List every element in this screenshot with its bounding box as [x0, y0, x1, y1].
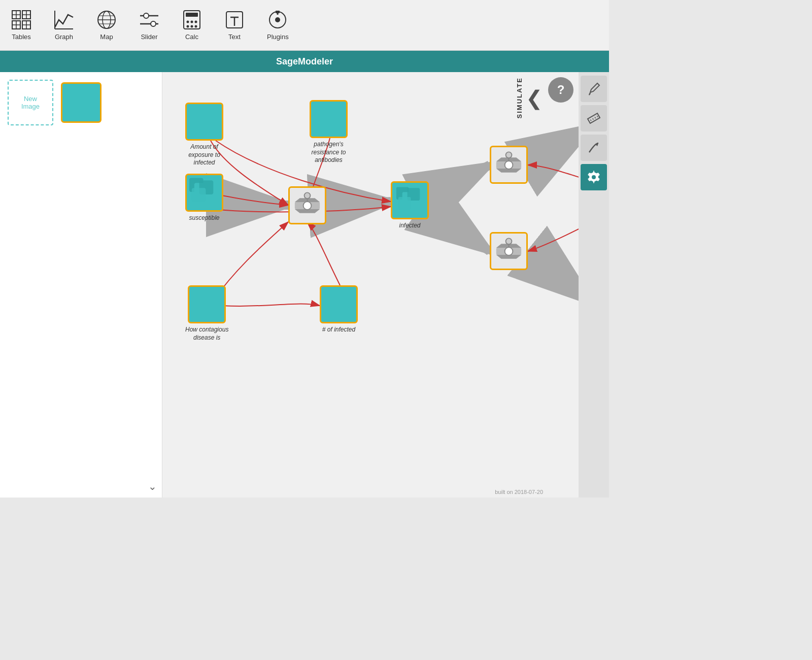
help-button[interactable]: ?: [548, 77, 573, 103]
svg-point-49: [304, 192, 311, 199]
node-label-pathogens-resistance: pathogen'sresistance toantibodies: [311, 141, 346, 164]
svg-point-30: [195, 25, 197, 28]
svg-line-76: [590, 120, 591, 121]
tables-icon: [11, 10, 31, 30]
top-toolbar: Tables Graph Map Slider: [0, 0, 609, 51]
content-area: NewImage ⌄ SIMULATE ❮ ?: [0, 72, 609, 498]
toolbar-graph[interactable]: Graph: [48, 6, 80, 45]
node-box-valve3: [490, 232, 528, 270]
text-icon: [224, 10, 245, 30]
ruler-icon: [586, 111, 601, 126]
node-box-valve1: [288, 186, 326, 224]
node-infected[interactable]: infected: [391, 181, 429, 230]
graph-icon: [54, 10, 74, 30]
map-label: Map: [100, 33, 113, 41]
right-toolbar: [579, 72, 609, 498]
svg-point-68: [505, 247, 513, 255]
ruler-tool[interactable]: [581, 105, 607, 131]
svg-line-78: [595, 117, 596, 119]
node-label-susceptible: susceptible: [189, 214, 219, 222]
toolbar-map[interactable]: Map: [90, 6, 123, 45]
node-susceptible[interactable]: susceptible: [185, 174, 223, 222]
svg-point-58: [505, 161, 513, 169]
node-label-num-infected: # of infected: [322, 326, 355, 334]
svg-point-29: [191, 25, 193, 28]
paint-brush-tool[interactable]: [581, 76, 607, 102]
svg-point-28: [187, 25, 189, 28]
toolbar-plugins[interactable]: Plugins: [261, 6, 295, 45]
node-valve2[interactable]: [490, 146, 528, 184]
node-label-infected: infected: [399, 222, 420, 230]
help-label: ?: [557, 83, 565, 97]
svg-rect-24: [186, 13, 198, 17]
tables-label: Tables: [12, 33, 31, 41]
svg-rect-37: [276, 11, 280, 13]
gear-icon: [586, 170, 601, 185]
title-bar: SageModeler: [0, 51, 609, 72]
map-icon: [96, 10, 117, 30]
node-box-susceptible: [185, 174, 223, 212]
svg-rect-75: [588, 113, 600, 123]
arrows-overlay: [162, 72, 579, 498]
node-box-infected: [391, 181, 429, 219]
paint-brush-icon: [586, 81, 601, 96]
slider-icon: [139, 10, 159, 30]
node-label-amount-exposure: Amount ofexposure toinfected: [188, 143, 220, 167]
toolbar-tables[interactable]: Tables: [5, 6, 38, 45]
plugins-icon: [267, 10, 288, 30]
node-num-infected[interactable]: # of infected: [320, 285, 358, 334]
svg-point-69: [506, 238, 512, 244]
svg-point-82: [592, 175, 596, 179]
svg-rect-54: [398, 197, 411, 210]
plugins-label: Plugins: [267, 33, 289, 41]
svg-point-36: [275, 17, 280, 22]
svg-point-59: [506, 152, 512, 158]
node-box-num-infected: [320, 285, 358, 323]
model-canvas[interactable]: SIMULATE ❮ ?: [162, 72, 579, 498]
node-box-how-contagious: [188, 285, 226, 323]
gear-tool[interactable]: [581, 164, 607, 190]
svg-line-77: [593, 118, 594, 120]
slider-label: Slider: [141, 33, 157, 41]
svg-rect-44: [192, 188, 206, 202]
node-how-contagious[interactable]: How contagiousdisease is: [185, 285, 228, 342]
node-palette: NewImage ⌄: [0, 72, 162, 498]
calc-label: Calc: [185, 33, 198, 41]
node-valve1[interactable]: [288, 186, 326, 224]
palette-collapse-button[interactable]: ⌄: [148, 480, 157, 492]
svg-point-26: [191, 21, 193, 23]
svg-point-22: [151, 21, 156, 26]
toolbar-slider[interactable]: Slider: [133, 6, 165, 45]
toolbar-calc[interactable]: Calc: [176, 6, 208, 45]
text-label: Text: [228, 33, 241, 41]
node-label-how-contagious: How contagiousdisease is: [185, 326, 228, 342]
svg-point-25: [187, 21, 189, 23]
node-box-pathogens-resistance: [310, 100, 348, 138]
app-title: SageModeler: [276, 56, 333, 67]
arrow-tool[interactable]: [581, 135, 607, 161]
node-box-valve2: [490, 146, 528, 184]
simulate-button[interactable]: SIMULATE ❮: [516, 77, 543, 118]
chevron-down-icon: ⌄: [148, 481, 157, 492]
svg-point-27: [195, 21, 197, 23]
svg-point-48: [303, 202, 312, 210]
node-amount-exposure[interactable]: Amount ofexposure toinfected: [185, 103, 223, 167]
simulate-chevron-icon: ❮: [526, 88, 543, 108]
svg-line-79: [597, 116, 598, 117]
toolbar-text[interactable]: Text: [218, 6, 251, 45]
build-date: built on 2018-07-20: [495, 489, 543, 495]
node-pathogens-resistance[interactable]: pathogen'sresistance toantibodies: [310, 100, 348, 164]
svg-point-21: [144, 13, 149, 18]
new-image-label: NewImage: [21, 95, 40, 110]
calc-icon: [182, 10, 202, 30]
node-valve3[interactable]: [490, 232, 528, 270]
palette-items: NewImage: [8, 80, 101, 125]
arrow-tool-icon: [586, 140, 601, 155]
new-image-button[interactable]: NewImage: [8, 80, 53, 125]
node-box-amount-exposure: [185, 103, 223, 141]
palette-node-teal[interactable]: [61, 82, 101, 123]
simulate-label: SIMULATE: [516, 77, 523, 118]
graph-label: Graph: [55, 33, 73, 41]
